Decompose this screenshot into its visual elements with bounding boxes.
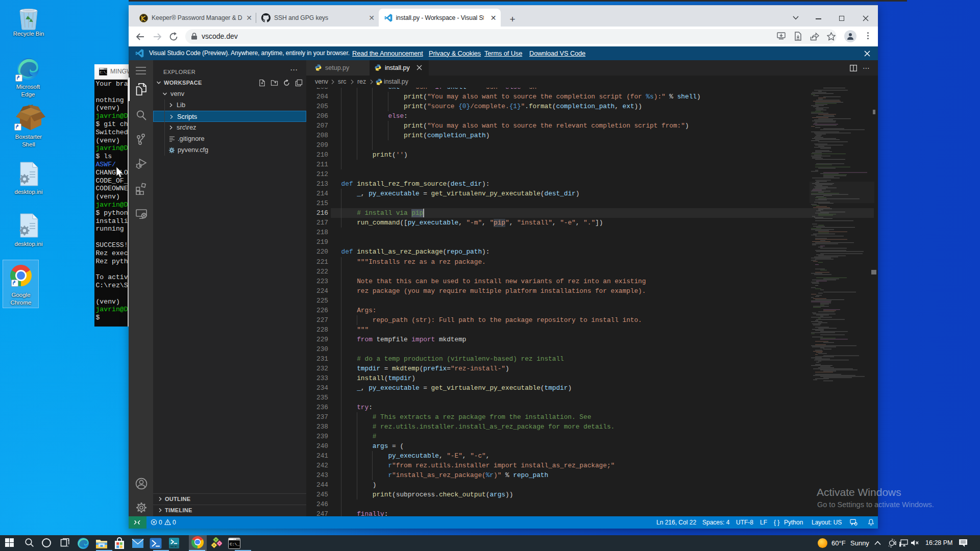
svg-text:C:\_: C:\_ (230, 542, 239, 546)
svg-text:C:\_: C:\_ (100, 71, 108, 74)
